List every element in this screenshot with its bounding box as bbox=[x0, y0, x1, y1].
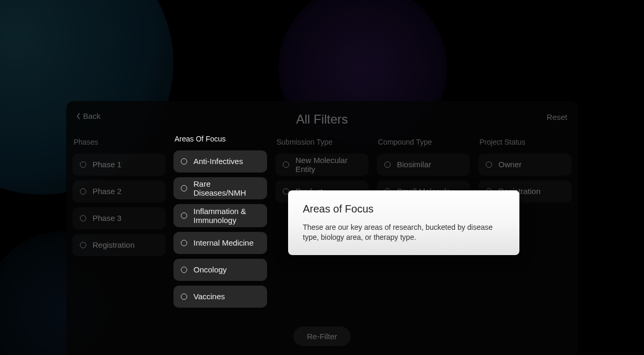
radio-icon bbox=[80, 188, 86, 195]
radio-icon bbox=[181, 293, 187, 300]
column-title-submission: Submission Type bbox=[275, 138, 369, 146]
areas-tooltip: Areas of Focus These are our key areas o… bbox=[288, 190, 519, 255]
refilter-row: Re-Filter bbox=[71, 327, 573, 346]
column-areas: Areas Of Focus Anti-Infectives Rare Dise… bbox=[173, 135, 267, 308]
radio-icon bbox=[486, 161, 492, 168]
column-phases: Phases Phase 1 Phase 2 Phase 3 Registrat… bbox=[73, 138, 166, 311]
option-label: Internal Medicine bbox=[193, 238, 253, 247]
options-areas: Anti-Infectives Rare Diseases/NMH Inflam… bbox=[173, 150, 267, 308]
option-areas-3[interactable]: Internal Medicine bbox=[173, 232, 267, 254]
radio-icon bbox=[283, 161, 289, 168]
option-label: Oncology bbox=[193, 265, 227, 274]
radio-icon bbox=[181, 185, 187, 191]
option-phases-0[interactable]: Phase 1 bbox=[73, 154, 166, 176]
panel-header: Back All Filters Reset bbox=[71, 110, 573, 128]
column-title-compound: Compound Type bbox=[377, 138, 470, 146]
option-status-0[interactable]: Owner bbox=[478, 154, 571, 176]
option-label: Phase 1 bbox=[93, 160, 121, 169]
option-label: Phase 2 bbox=[93, 187, 121, 196]
tooltip-title: Areas of Focus bbox=[303, 203, 505, 215]
option-areas-2[interactable]: Inflammation & Immunology bbox=[173, 204, 267, 227]
back-button[interactable]: Back bbox=[76, 111, 100, 120]
reset-button[interactable]: Reset bbox=[547, 113, 567, 121]
option-submission-0[interactable]: New Molecular Entity bbox=[275, 154, 369, 176]
option-areas-1[interactable]: Rare Diseases/NMH bbox=[173, 177, 267, 199]
options-phases: Phase 1 Phase 2 Phase 3 Registration bbox=[73, 154, 166, 256]
option-phases-3[interactable]: Registration bbox=[73, 234, 166, 256]
radio-icon bbox=[80, 161, 86, 168]
option-compound-0[interactable]: Biosimilar bbox=[377, 154, 470, 176]
radio-icon bbox=[181, 158, 187, 165]
tooltip-body: These are our key areas of research, buc… bbox=[303, 222, 505, 242]
radio-icon bbox=[80, 215, 86, 221]
refilter-button[interactable]: Re-Filter bbox=[293, 327, 351, 346]
option-label: Biosimilar bbox=[397, 160, 431, 169]
chevron-left-icon bbox=[76, 113, 81, 120]
option-label: Rare Diseases/NMH bbox=[193, 179, 260, 198]
option-areas-5[interactable]: Vaccines bbox=[173, 286, 267, 308]
column-title-areas: Areas Of Focus bbox=[173, 135, 267, 143]
option-label: New Molecular Entity bbox=[295, 156, 361, 174]
column-title-status: Project Status bbox=[478, 138, 571, 146]
radio-icon bbox=[181, 240, 187, 246]
radio-icon bbox=[384, 161, 391, 168]
option-label: Registration bbox=[93, 240, 135, 249]
option-label: Anti-Infectives bbox=[193, 157, 243, 166]
option-areas-4[interactable]: Oncology bbox=[173, 259, 267, 281]
radio-icon bbox=[181, 267, 187, 273]
column-title-phases: Phases bbox=[73, 138, 166, 146]
option-label: Phase 3 bbox=[93, 214, 121, 222]
option-label: Inflammation & Immunology bbox=[193, 207, 260, 225]
radio-icon bbox=[181, 212, 187, 219]
back-label: Back bbox=[83, 111, 100, 120]
option-phases-1[interactable]: Phase 2 bbox=[73, 180, 166, 202]
option-label: Owner bbox=[498, 160, 522, 169]
option-label: Vaccines bbox=[193, 292, 225, 301]
option-phases-2[interactable]: Phase 3 bbox=[73, 207, 166, 229]
panel-title: All Filters bbox=[296, 112, 348, 127]
radio-icon bbox=[80, 242, 86, 248]
option-areas-0[interactable]: Anti-Infectives bbox=[173, 150, 267, 173]
